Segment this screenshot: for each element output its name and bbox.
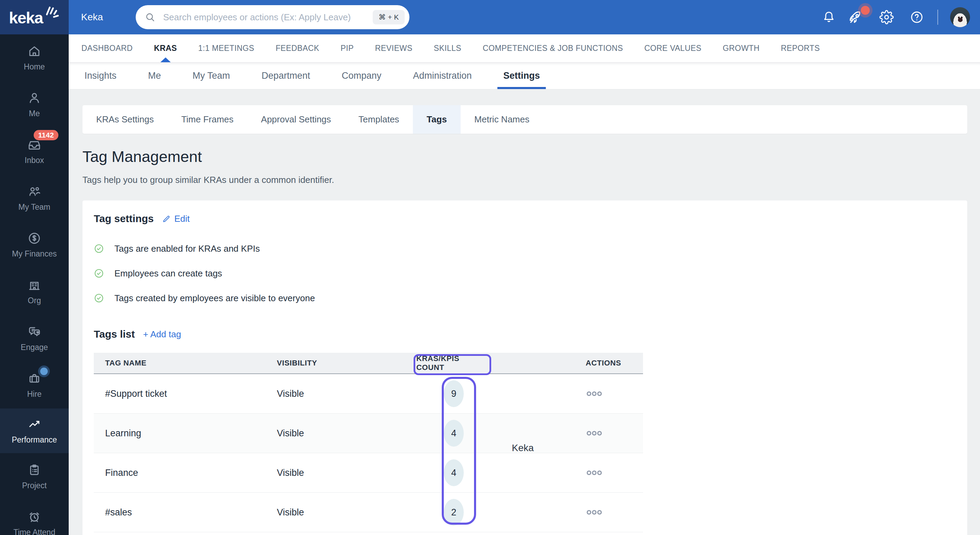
briefcase-icon <box>27 371 41 386</box>
tab-tags[interactable]: Tags <box>413 105 461 134</box>
help-icon[interactable] <box>910 10 924 24</box>
tag-settings-header: Tag settings Edit <box>94 213 189 225</box>
sidebar-item-me[interactable]: Me <box>0 81 69 128</box>
kras-kpis-count: 9 <box>444 380 464 407</box>
table-row: #sales Visible 2 <box>94 493 643 532</box>
sidebar-item-performance[interactable]: Performance <box>0 409 69 453</box>
tag-name: #sales <box>105 493 132 532</box>
more-actions-icon <box>586 429 602 438</box>
kras-kpis-count: 2 <box>444 499 464 526</box>
table-row: #Support ticket Visible 9 <box>94 374 643 414</box>
tags-list-heading: Tags list <box>94 328 135 340</box>
keka-spark-icon <box>44 3 60 18</box>
tag-name: Finance <box>105 453 138 492</box>
more-actions-icon <box>586 508 602 516</box>
sidebar-item-time-attend[interactable]: Time Attend <box>0 500 69 535</box>
kras-kpis-count: 4 <box>444 420 464 447</box>
sidebar-item-hire[interactable]: Hire <box>0 362 69 409</box>
row-actions-button[interactable] <box>586 429 602 438</box>
keka-logo-text: keka <box>9 8 43 27</box>
sidebar-item-my-finances[interactable]: My Finances <box>0 222 69 268</box>
search-input[interactable] <box>162 12 366 23</box>
tag-visibility: Visible <box>277 453 304 492</box>
sidebar-item-engage[interactable]: Engage <box>0 315 69 362</box>
app-name: Keka <box>81 0 103 34</box>
tag-setting-rule: Tags created by employees are visible to… <box>94 291 315 306</box>
tag-setting-rule: Tags are enabled for KRAs and KPIs <box>94 241 260 256</box>
nav-core-values[interactable]: CORE VALUES <box>634 34 712 62</box>
subnav-administration[interactable]: Administration <box>397 62 487 89</box>
engage-chat-icon <box>27 324 41 339</box>
performance-trend-icon <box>27 417 41 431</box>
col-actions: ACTIONS <box>585 353 621 374</box>
keka-watermark: Keka <box>512 442 534 454</box>
nav-pip[interactable]: PIP <box>330 34 364 62</box>
subnav-company[interactable]: Company <box>326 62 398 89</box>
tab-kras-settings[interactable]: KRAs Settings <box>83 105 168 134</box>
check-circle-icon <box>94 243 104 254</box>
search-icon <box>145 12 156 23</box>
clipboard-icon <box>27 463 41 477</box>
nav-1-1-meetings[interactable]: 1:1 MEETINGS <box>188 34 265 62</box>
col-visibility: VISIBILITY <box>277 353 317 374</box>
page-subtitle: Tags help you to group similar KRAs unde… <box>83 175 334 185</box>
pencil-icon <box>162 214 171 224</box>
check-circle-icon <box>94 293 104 303</box>
edit-tag-settings-button[interactable]: Edit <box>162 214 189 224</box>
subnav-department[interactable]: Department <box>246 62 326 89</box>
sidebar-item-org[interactable]: Org <box>0 268 69 315</box>
subnav-insights[interactable]: Insights <box>69 62 132 89</box>
notifications-bell-icon[interactable] <box>822 10 836 24</box>
page-title: Tag Management <box>83 148 202 166</box>
sidebar-item-home[interactable]: Home <box>0 34 69 81</box>
topbar-divider <box>937 10 938 25</box>
table-row: Learning Visible 4 <box>94 414 643 453</box>
sidebar-item-project[interactable]: Project <box>0 453 69 500</box>
tab-time-frames[interactable]: Time Frames <box>168 105 247 134</box>
tab-approval-settings[interactable]: Approval Settings <box>247 105 345 134</box>
tags-list-header: Tags list + Add tag <box>94 328 181 340</box>
sidebar-item-my-team[interactable]: My Team <box>0 175 69 222</box>
keka-logo[interactable]: keka <box>0 0 69 34</box>
inbox-count-badge: 1142 <box>33 130 58 140</box>
search-shortcut-badge: ⌘ + K <box>373 10 405 24</box>
team-icon <box>27 184 41 199</box>
more-actions-icon <box>586 469 602 477</box>
row-actions-button[interactable] <box>586 469 602 477</box>
tag-name: #Support ticket <box>105 374 167 413</box>
tab-metric-names[interactable]: Metric Names <box>461 105 543 134</box>
add-tag-button[interactable]: + Add tag <box>143 329 181 340</box>
row-actions-button[interactable] <box>586 508 602 516</box>
tags-table-header: TAG NAME VISIBILITY KRAS/KPIS COUNT ACTI… <box>94 353 643 374</box>
nav-reports[interactable]: REPORTS <box>770 34 830 62</box>
settings-gear-icon[interactable] <box>879 10 894 24</box>
settings-tab-strip: KRAs Settings Time Frames Approval Setti… <box>83 105 967 134</box>
sidebar-item-inbox[interactable]: 1142 Inbox <box>0 128 69 175</box>
row-actions-button[interactable] <box>586 390 602 398</box>
global-search[interactable]: ⌘ + K <box>136 5 409 29</box>
person-icon <box>27 91 41 105</box>
subnav-me[interactable]: Me <box>132 62 177 89</box>
dollar-circle-icon <box>27 231 41 246</box>
building-icon <box>27 278 41 292</box>
col-tag-name: TAG NAME <box>105 353 147 374</box>
nav-competencies[interactable]: COMPETENCIES & JOB FUNCTIONS <box>472 34 634 62</box>
alarm-clock-icon <box>27 509 41 524</box>
rocket-notification-dot <box>861 6 870 15</box>
kras-sub-nav: Insights Me My Team Department Company A… <box>69 62 980 89</box>
nav-skills[interactable]: SKILLS <box>423 34 472 62</box>
table-row: Finance Visible 4 <box>94 453 643 493</box>
more-actions-icon <box>586 390 602 398</box>
nav-growth[interactable]: GROWTH <box>712 34 770 62</box>
nav-kras[interactable]: KRAS <box>143 34 188 62</box>
nav-dashboard[interactable]: DASHBOARD <box>71 34 143 62</box>
subnav-my-team[interactable]: My Team <box>177 62 246 89</box>
user-avatar[interactable] <box>950 7 970 27</box>
nav-feedback[interactable]: FEEDBACK <box>265 34 330 62</box>
sidebar: Home Me 1142 Inbox My Team My Finances O… <box>0 34 69 535</box>
subnav-settings[interactable]: Settings <box>487 62 556 89</box>
nav-reviews[interactable]: REVIEWS <box>364 34 423 62</box>
check-circle-icon <box>94 268 104 278</box>
home-icon <box>27 44 41 59</box>
tab-templates[interactable]: Templates <box>345 105 413 134</box>
